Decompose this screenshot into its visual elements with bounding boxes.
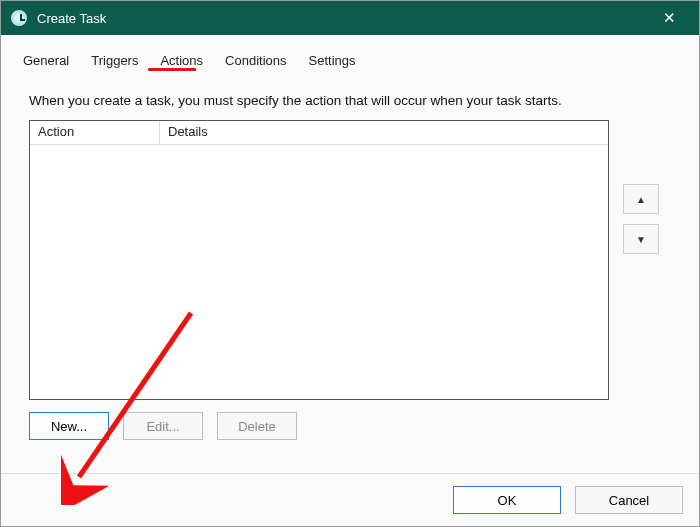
- dialog-footer: OK Cancel: [1, 473, 699, 526]
- tab-triggers[interactable]: Triggers: [87, 49, 142, 74]
- tab-general[interactable]: General: [19, 49, 73, 74]
- delete-button[interactable]: Delete: [217, 412, 297, 440]
- create-task-window: Create Task ✕ General Triggers Actions C…: [0, 0, 700, 527]
- column-header-action[interactable]: Action: [30, 121, 160, 144]
- tab-strip: General Triggers Actions Conditions Sett…: [15, 45, 685, 75]
- actions-listbox[interactable]: Action Details: [29, 120, 609, 400]
- edit-button[interactable]: Edit...: [123, 412, 203, 440]
- ok-button[interactable]: OK: [453, 486, 561, 514]
- instruction-text: When you create a task, you must specify…: [29, 93, 681, 108]
- cancel-button[interactable]: Cancel: [575, 486, 683, 514]
- window-title: Create Task: [37, 11, 106, 26]
- new-button[interactable]: New...: [29, 412, 109, 440]
- close-button[interactable]: ✕: [649, 9, 689, 27]
- clock-icon: [11, 10, 27, 26]
- column-header-details[interactable]: Details: [160, 121, 608, 144]
- move-up-button[interactable]: ▲: [623, 184, 659, 214]
- dialog-content: General Triggers Actions Conditions Sett…: [1, 35, 699, 473]
- tab-settings[interactable]: Settings: [305, 49, 360, 74]
- list-body-empty: [30, 145, 608, 399]
- titlebar: Create Task ✕: [1, 1, 699, 35]
- annotation-underline: [148, 68, 196, 71]
- list-header: Action Details: [30, 121, 608, 145]
- tab-conditions[interactable]: Conditions: [221, 49, 290, 74]
- reorder-buttons: ▲ ▼: [623, 184, 659, 254]
- move-down-button[interactable]: ▼: [623, 224, 659, 254]
- action-crud-buttons: New... Edit... Delete: [29, 412, 685, 440]
- actions-table-area: Action Details ▲ ▼: [29, 120, 679, 400]
